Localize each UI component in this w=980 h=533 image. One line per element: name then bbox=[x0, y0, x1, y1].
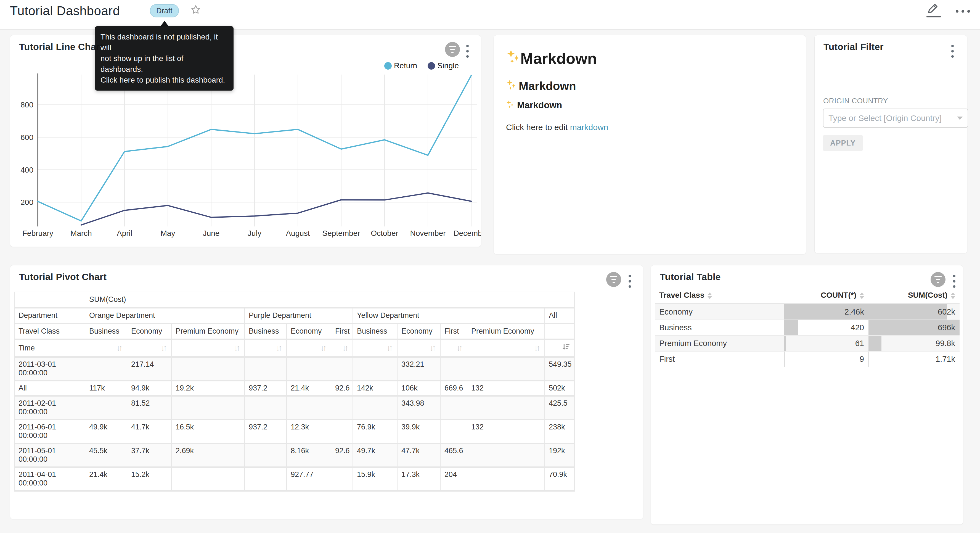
markdown-paragraph-text: Click here to edit bbox=[506, 123, 570, 132]
column-header-label: SUM(Cost) bbox=[908, 291, 947, 299]
pivot-class-header: Premium Economy bbox=[172, 323, 245, 339]
pivot-cell bbox=[353, 357, 397, 381]
pivot-sort-cell bbox=[545, 339, 574, 357]
sort-carets-icon[interactable] bbox=[860, 292, 864, 299]
edit-markdown-link[interactable]: markdown bbox=[570, 123, 608, 132]
pivot-cell bbox=[245, 396, 286, 420]
table-header-row: Travel ClassCOUNT(*)SUM(Cost) bbox=[655, 287, 959, 304]
dashboard-page: Tutorial Dashboard Draft This dashboard … bbox=[0, 0, 980, 533]
pivot-cell bbox=[467, 443, 545, 467]
sort-toggle-icon[interactable]: ↓↑ bbox=[320, 343, 327, 353]
x-axis-tick-label: August bbox=[286, 229, 310, 238]
kebab-menu-icon[interactable] bbox=[627, 274, 632, 289]
sort-toggle-icon[interactable]: ↓↑ bbox=[342, 343, 348, 353]
filter-indicator-icon[interactable] bbox=[606, 272, 621, 287]
sort-toggle-icon[interactable]: ↓↑ bbox=[234, 343, 240, 353]
markdown-panel: Markdown Markdown Markdown Click here to… bbox=[493, 35, 806, 254]
more-options-icon[interactable] bbox=[956, 8, 970, 13]
pivot-sort-cell: ↓↑ bbox=[353, 339, 397, 357]
pivot-cell bbox=[440, 396, 467, 420]
sort-descending-icon[interactable] bbox=[562, 342, 570, 352]
cell-travel-class: First bbox=[655, 351, 784, 367]
cell-travel-class: Economy bbox=[655, 304, 784, 320]
pivot-cell: 21.4k bbox=[286, 381, 331, 396]
pivot-cell: 132 bbox=[467, 381, 545, 396]
pivot-cell: 21.4k bbox=[85, 467, 127, 491]
table-row: First91.71k bbox=[655, 351, 959, 367]
sort-toggle-icon[interactable]: ↓↑ bbox=[456, 343, 463, 353]
edit-icon-underline bbox=[926, 16, 941, 18]
filter-indicator-icon[interactable] bbox=[931, 272, 945, 287]
sort-carets-icon[interactable] bbox=[708, 292, 712, 299]
pivot-cell: 425.5 bbox=[545, 396, 574, 420]
cell-value: 2.46k bbox=[788, 307, 864, 316]
cell-value: 1.71k bbox=[873, 354, 955, 364]
sort-toggle-icon[interactable]: ↓↑ bbox=[116, 343, 123, 353]
edit-dashboard-icon[interactable] bbox=[926, 3, 941, 18]
chevron-down-icon bbox=[957, 116, 963, 120]
kebab-menu-icon[interactable] bbox=[952, 274, 956, 289]
kebab-menu-icon[interactable] bbox=[950, 44, 955, 59]
pivot-cell: 117k bbox=[85, 381, 127, 396]
pivot-cell bbox=[467, 396, 545, 420]
pivot-cell: 81.52 bbox=[127, 396, 172, 420]
origin-country-select[interactable]: Type or Select [Origin Country] bbox=[823, 109, 968, 128]
column-header-count[interactable]: COUNT(*) bbox=[784, 287, 869, 304]
y-axis-tick-label: 600 bbox=[21, 133, 33, 142]
pivot-cell: 217.14 bbox=[127, 357, 172, 381]
filter-indicator-icon[interactable] bbox=[445, 42, 460, 57]
cell-travel-class: Business bbox=[655, 320, 784, 335]
pivot-class-header: First bbox=[331, 323, 353, 339]
sort-toggle-icon[interactable]: ↓↑ bbox=[387, 343, 393, 353]
pivot-cell: 8.16k bbox=[286, 443, 331, 467]
pivot-cell: 94.9k bbox=[127, 381, 172, 396]
column-header-sum[interactable]: SUM(Cost) bbox=[869, 287, 959, 304]
pivot-table-wrapper: SUM(Cost)DepartmentOrange DepartmentPurp… bbox=[14, 292, 574, 492]
x-axis-tick-label: April bbox=[117, 229, 132, 238]
series-line-single[interactable] bbox=[81, 193, 471, 225]
sort-toggle-icon[interactable]: ↓↑ bbox=[534, 343, 541, 353]
pivot-data-row: 2011-06-01 00:00:0049.9k41.7k16.5k937.21… bbox=[14, 420, 574, 443]
sparkles-icon bbox=[506, 79, 517, 93]
cell-travel-class: Premium Economy bbox=[655, 335, 784, 351]
pivot-data-row: 2011-02-01 00:00:0081.52343.98425.5 bbox=[14, 396, 574, 420]
pivot-cell: 12.3k bbox=[286, 420, 331, 443]
legend-item-return[interactable]: Return bbox=[384, 61, 417, 70]
apply-button[interactable]: APPLY bbox=[823, 135, 863, 152]
pivot-sort-cell: ↓↑ bbox=[331, 339, 353, 357]
pivot-cell bbox=[172, 467, 245, 491]
pivot-cell bbox=[331, 467, 353, 491]
pivot-time-label: Time bbox=[14, 339, 85, 357]
markdown-h2: Markdown bbox=[506, 79, 576, 93]
sort-toggle-icon[interactable]: ↓↑ bbox=[161, 343, 167, 353]
star-icon[interactable] bbox=[191, 5, 201, 15]
pivot-cell bbox=[440, 420, 467, 443]
pivot-cell bbox=[286, 396, 331, 420]
pivot-sort-cell: ↓↑ bbox=[172, 339, 245, 357]
pivot-cell: 132 bbox=[467, 420, 545, 443]
sort-toggle-icon[interactable]: ↓↑ bbox=[276, 343, 282, 353]
cell-value: 420 bbox=[788, 323, 864, 332]
sort-carets-icon[interactable] bbox=[951, 292, 955, 299]
page-title: Tutorial Dashboard bbox=[10, 3, 120, 18]
tooltip-line: Click here to publish this dashboard. bbox=[100, 75, 228, 85]
chart-legend: ReturnSingle bbox=[384, 61, 459, 70]
column-header-label: Travel Class bbox=[659, 291, 704, 299]
sort-toggle-icon[interactable]: ↓↑ bbox=[430, 343, 436, 353]
pivot-sort-cell: ↓↑ bbox=[245, 339, 286, 357]
pivot-cell bbox=[245, 467, 286, 491]
pivot-cell: 17.3k bbox=[397, 467, 440, 491]
status-badge[interactable]: Draft bbox=[150, 4, 179, 18]
legend-label: Single bbox=[437, 61, 459, 70]
legend-item-single[interactable]: Single bbox=[428, 61, 459, 70]
cell-sum: 602k bbox=[869, 304, 959, 320]
pivot-cell: 15.9k bbox=[353, 467, 397, 491]
pivot-department-label: Department bbox=[14, 308, 85, 323]
pivot-class-header: Business bbox=[245, 323, 286, 339]
pivot-row-label: 2011-05-01 00:00:00 bbox=[14, 443, 85, 467]
data-table: Travel ClassCOUNT(*)SUM(Cost)Economy2.46… bbox=[655, 287, 959, 367]
kebab-menu-icon[interactable] bbox=[465, 44, 470, 59]
column-header-travel-class[interactable]: Travel Class bbox=[655, 287, 784, 304]
pivot-cell bbox=[331, 396, 353, 420]
markdown-h1: Markdown bbox=[506, 49, 597, 68]
